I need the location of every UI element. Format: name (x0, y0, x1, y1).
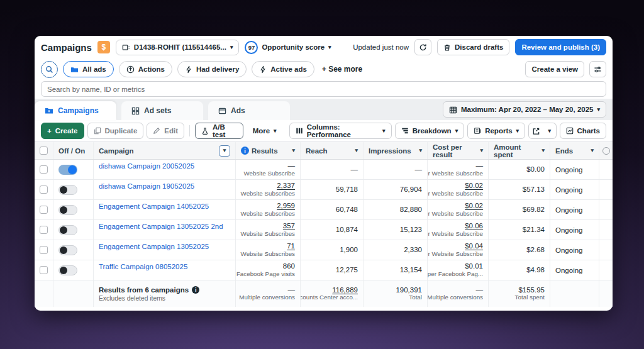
tab-campaigns[interactable]: Campaigns (35, 101, 116, 120)
duplicate-button[interactable]: Duplicate (87, 123, 144, 139)
tab-ad-sets[interactable]: Ad sets (121, 101, 203, 120)
ends-value: Ongoing (555, 267, 582, 274)
export-options-button[interactable]: ▾ (543, 123, 556, 139)
results-total-label: Multiple conversions (239, 294, 295, 301)
header-amount-spent[interactable]: Amount spent ▾ (489, 142, 550, 159)
cost-label: Per Website Subscribe (428, 170, 483, 177)
header-impressions[interactable]: Impressions ▾ (364, 142, 428, 159)
charts-button[interactable]: Charts (560, 123, 606, 139)
discard-drafts-button[interactable]: Discard drafts (437, 39, 509, 55)
results-value[interactable]: 71 (287, 242, 295, 250)
tab-label: Ads (231, 106, 245, 115)
spent-total: $155.95 (518, 286, 545, 294)
reports-button[interactable]: Reports ▾ (467, 123, 525, 139)
filter-pill-actions[interactable]: Actions (119, 61, 172, 77)
results-value: — (288, 162, 296, 170)
reach-total[interactable]: 116,889 (332, 286, 358, 294)
search-icon (45, 65, 53, 74)
header-cost-per-result[interactable]: Cost per result ▾ (428, 142, 489, 159)
circle-arrow-up-icon (126, 65, 135, 74)
more-button[interactable]: More ▾ (247, 123, 283, 139)
row-checkbox[interactable] (40, 165, 48, 174)
campaign-toggle[interactable] (58, 205, 77, 215)
campaign-name-link[interactable]: Engagement Campaign 13052025 (99, 243, 209, 250)
see-more-button[interactable]: + See more (322, 65, 362, 74)
ab-test-button[interactable]: A/B test (195, 123, 243, 139)
column-settings-icon (602, 147, 610, 155)
edit-button[interactable]: Edit (147, 123, 184, 139)
chevron-down-icon: ▾ (292, 148, 295, 153)
ads-manager-window: Campaigns $ D1438-ROHIT (115514465... ▾ … (35, 36, 613, 311)
header-campaign[interactable]: Campaign ▾ (94, 142, 236, 159)
search-input[interactable] (41, 81, 606, 97)
refresh-button[interactable] (414, 39, 431, 55)
export-button[interactable] (528, 123, 544, 139)
more-label: More (253, 127, 270, 135)
filter-pill-active-ads[interactable]: Active ads (252, 61, 314, 77)
cost-value[interactable]: $0.04 (465, 242, 483, 250)
chevron-down-icon: ▾ (355, 148, 358, 153)
chevron-down-icon: ▾ (419, 148, 422, 153)
campaign-toggle[interactable] (58, 245, 77, 255)
results-value[interactable]: 2,337 (277, 182, 295, 190)
discard-drafts-label: Discard drafts (455, 43, 503, 51)
header-ends-label: Ends (555, 147, 573, 155)
results-label: Website Subscribes (241, 231, 295, 238)
account-selector[interactable]: D1438-ROHIT (115514465... ▾ (116, 40, 240, 55)
header-column-settings[interactable] (599, 142, 613, 159)
row-checkbox[interactable] (40, 266, 48, 274)
cost-value[interactable]: $0.06 (465, 222, 483, 230)
header-ends[interactable]: Ends ▾ (550, 142, 599, 159)
review-and-publish-button[interactable]: Review and publish (3) (515, 39, 606, 55)
campaign-filter-button[interactable]: ▾ (219, 145, 230, 157)
results-label: Facebook Page visits (236, 271, 295, 278)
campaign-name-link[interactable]: dishawa Campaign 19052025 (99, 182, 194, 190)
tab-ads[interactable]: Ads (208, 101, 290, 120)
reach-value: 12,275 (336, 266, 358, 274)
filter-pill-label: Had delivery (196, 65, 239, 73)
spent-total-label: Total spent (515, 294, 545, 301)
impressions-value: 76,904 (400, 186, 422, 194)
filter-pill-all-ads[interactable]: All ads (63, 61, 114, 77)
cost-value[interactable]: $0.02 (465, 182, 483, 190)
campaign-toggle[interactable] (58, 265, 77, 275)
cost-value[interactable]: $0.02 (465, 202, 483, 210)
search-button[interactable] (41, 61, 58, 78)
campaign-name-link[interactable]: dishawa Campaign 20052025 (99, 162, 194, 170)
opportunity-score[interactable]: 97 Opportunity score ▾ (245, 41, 331, 54)
action-toolbar: + Create Duplicate Edit A/B test More ▾ (35, 120, 613, 141)
row-checkbox[interactable] (40, 206, 48, 214)
campaign-name-link[interactable]: Traffic Campaign 08052025 (99, 263, 187, 270)
view-settings-button[interactable] (589, 61, 606, 77)
campaign-toggle[interactable] (58, 165, 77, 175)
campaign-toggle[interactable] (58, 225, 77, 235)
create-a-view-button[interactable]: Create a view (525, 61, 584, 77)
select-all-checkbox[interactable] (40, 147, 48, 155)
row-checkbox[interactable] (40, 226, 48, 234)
reach-value: 60,748 (336, 206, 358, 214)
lightning-icon (185, 65, 192, 74)
results-value[interactable]: 2,959 (277, 202, 295, 210)
breakdown-label: Breakdown (413, 127, 452, 135)
ends-value: Ongoing (555, 226, 582, 234)
results-value[interactable]: 357 (283, 222, 295, 230)
breakdown-button[interactable]: Breakdown ▾ (395, 123, 465, 139)
row-checkbox[interactable] (40, 186, 48, 194)
header-reach[interactable]: Reach ▾ (301, 142, 364, 159)
chevron-down-icon: ▾ (230, 45, 233, 50)
campaign-toggle[interactable] (58, 185, 77, 195)
filter-pill-had-delivery[interactable]: Had delivery (177, 61, 247, 77)
billing-badge[interactable]: $ (97, 41, 110, 53)
columns-button[interactable]: Columns: Performance ▾ (289, 123, 392, 139)
campaign-name-link[interactable]: Engagement Campaign 13052025 2nd (99, 223, 223, 230)
header-results[interactable]: i Results ▾ (236, 142, 301, 159)
header-off-on: Off / On (53, 142, 94, 159)
impressions-value: — (415, 165, 423, 174)
date-range-selector[interactable]: Maximum: Apr 20, 2022 – May 20, 2025 ▾ (443, 101, 606, 118)
cost-total: — (476, 286, 484, 294)
create-button[interactable]: + Create (41, 123, 84, 139)
campaign-name-link[interactable]: Engagement Campaign 14052025 (99, 202, 209, 210)
row-checkbox[interactable] (40, 246, 48, 254)
create-a-view-label: Create a view (531, 65, 578, 73)
cost-label: Per Website Subscribe (428, 191, 483, 197)
